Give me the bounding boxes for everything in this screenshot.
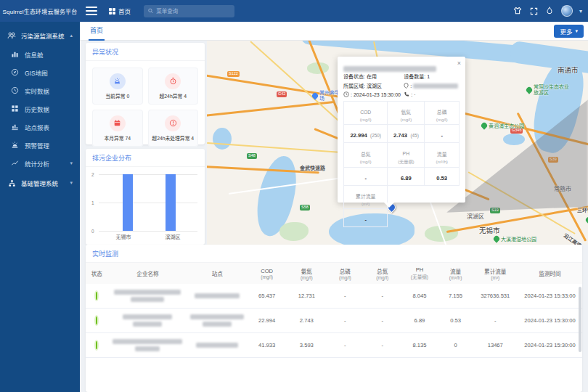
menu-search[interactable]: [144, 5, 234, 17]
cod-value: 65.437: [247, 284, 287, 309]
clock-icon: [10, 86, 19, 95]
field-value: 在用: [367, 73, 377, 80]
card-over24h-abnormal[interactable]: 超24h异常 4: [148, 68, 199, 105]
user-menu-chevron-down-icon[interactable]: ▾: [579, 8, 582, 15]
dashboard-icon: [10, 50, 19, 59]
ph-value: 8.135: [401, 333, 438, 358]
user-avatar[interactable]: [561, 5, 573, 17]
sidebar-item-label: 站点报表: [25, 123, 49, 131]
field-value: 1: [427, 74, 430, 79]
flow-value: 7.155: [438, 284, 473, 309]
card-label: 超24h未处理异常 4: [152, 134, 194, 142]
sidebar-item-station-report[interactable]: 站点报表: [0, 118, 80, 136]
topbar-home-link[interactable]: 首页: [109, 7, 131, 15]
field-value: 滨湖区: [367, 82, 382, 89]
field-value: 2024-01-23 15:30:00: [354, 92, 401, 97]
status-dot-green: [96, 341, 97, 349]
sidebar-item-label: 历史数据: [25, 105, 49, 113]
station-name-redacted: [189, 343, 245, 348]
station-info-popup: × 设备状态: 在用 设备数量: 1 所属区域: 滨湖区 : : 2024-01…: [338, 57, 465, 203]
sidebar-item-label: 信息舱: [25, 50, 44, 59]
table-row[interactable]: 41.933 3.593 - - 8.135 0 13467 2024-01-2…: [86, 333, 582, 358]
bar-chart: 2 1 0: [99, 174, 197, 231]
monitor-time: 2024-01-23 15:30:00: [518, 309, 582, 333]
gis-map[interactable]: S122 G42 G2 S48 S58 G346 S39 S19 靖江市 南通市…: [207, 41, 588, 245]
poi-leaf-icon: [492, 234, 500, 242]
report-chart-icon: [10, 123, 19, 131]
tab-home[interactable]: 首页: [89, 22, 105, 41]
y-tick: 1: [91, 200, 94, 205]
popup-metrics-table: COD(mg/l) 氨氮(mg/l) 总磷(mg/l) 22.994 (250)…: [343, 101, 460, 227]
more-button[interactable]: 更多 ▾: [554, 25, 584, 38]
sidebar-group-base-management[interactable]: 基础管理系统 ▾: [0, 173, 80, 192]
sidebar-item-label: GIS地图: [25, 68, 48, 77]
city-label: 无锡市: [479, 225, 500, 235]
poi-changyinsha[interactable]: 常阴沙生态农业旅游区: [526, 84, 573, 95]
sidebar-item-alert-management[interactable]: 预警管理: [0, 136, 80, 154]
table-scrollbar[interactable]: [579, 287, 581, 352]
bar-binhu[interactable]: [166, 174, 176, 231]
search-icon: [148, 8, 153, 14]
chevron-down-icon: ▾: [575, 28, 578, 34]
brand-logo: Squirrel生态环境云服务平台: [0, 7, 80, 15]
table-row[interactable]: 22.994 2.743 - - 6.89 0.53 - 2024-01-23 …: [86, 309, 582, 333]
total-flow-value: 327636.531: [473, 284, 518, 309]
monitor-time: 2024-01-23 15:30:00: [518, 333, 582, 358]
enterprise-distribution-panel: 排污企业分布 2 1 0 无锡市 滨湖区: [86, 149, 205, 245]
sidebar-item-gis-map[interactable]: GIS地图: [0, 63, 80, 81]
y-tick: 0: [91, 229, 94, 234]
more-button-label: 更多: [560, 27, 572, 36]
table-row[interactable]: 65.437 12.731 - - 8.045 7.155 327636.531…: [86, 284, 582, 309]
nh3-value: 12.731: [287, 284, 327, 309]
theme-skin-icon[interactable]: [513, 7, 523, 16]
hamburger-menu-icon[interactable]: [86, 7, 97, 15]
card-month-abnormal[interactable]: 本月异常 74: [92, 110, 143, 147]
flame-icon[interactable]: [545, 7, 555, 16]
sidebar-item-statistics[interactable]: 统计分析 ▾: [0, 154, 80, 172]
monitor-time: 2024-01-23 15:33:00: [518, 284, 582, 309]
sidebar-item-info-cabin[interactable]: 信息舱: [0, 45, 80, 63]
topbar-home-label: 首页: [118, 7, 131, 15]
sidebar-item-realtime-data[interactable]: 实时数据: [0, 81, 80, 99]
tn-value: -: [364, 309, 401, 333]
sidebar-item-history-data[interactable]: 历史数据: [0, 99, 80, 118]
sidebar-item-label: 预警管理: [25, 141, 49, 150]
realtime-monitor-table: 状态 企业名称 站点 COD(mg/l) 氨氮(mg/l) 总磷(mg/l) 总…: [86, 263, 582, 358]
close-icon[interactable]: ×: [457, 60, 461, 67]
field-label: 设备数量:: [404, 73, 425, 80]
siren-icon: [10, 141, 19, 150]
route-badge: S48: [247, 153, 257, 159]
sidebar-group-pollution-monitoring[interactable]: 污染源监测系统 ▴: [0, 26, 80, 45]
search-input[interactable]: [156, 8, 230, 15]
chevron-down-icon: ▾: [70, 180, 73, 186]
stopwatch-icon: [165, 73, 181, 89]
company-name-redacted: [110, 314, 186, 327]
bar-wuxi[interactable]: [123, 174, 133, 231]
poi-huangsipu-park[interactable]: 黄泗浦生态公园: [481, 122, 524, 129]
topbar-actions: ▾: [513, 0, 582, 22]
station-name-redacted: [189, 293, 245, 298]
poi-leaf-icon: [584, 216, 588, 224]
tp-value: -: [327, 309, 364, 333]
phone-icon: [404, 91, 409, 97]
poi-daxigang-park[interactable]: 大溪港湿地公园: [494, 235, 536, 242]
card-current-abnormal[interactable]: 当前异常 0: [92, 68, 143, 105]
sitemap-icon: [7, 179, 16, 187]
clock-icon: [343, 91, 349, 97]
card-label: 超24h异常 4: [160, 92, 187, 99]
fullscreen-icon[interactable]: [529, 7, 539, 16]
panel-title: 排污企业分布: [86, 149, 205, 167]
company-name-redacted: [110, 290, 186, 302]
flow-value: 0.53: [438, 309, 473, 333]
tp-value: -: [327, 333, 364, 358]
field-label: 设备状态:: [343, 73, 365, 80]
y-tick: 2: [91, 172, 94, 177]
card-over24h-unhandled[interactable]: 超24h未处理异常 4: [148, 110, 199, 147]
poi-leaf-icon: [525, 86, 533, 94]
company-name-redacted: [110, 339, 186, 351]
chevron-down-icon: ▾: [70, 160, 73, 166]
ph-value: 6.89: [401, 309, 438, 333]
park-area: [279, 222, 309, 241]
poi-pin-icon: [311, 91, 319, 99]
sidebar-group-label: 污染源监测系统: [21, 31, 65, 40]
